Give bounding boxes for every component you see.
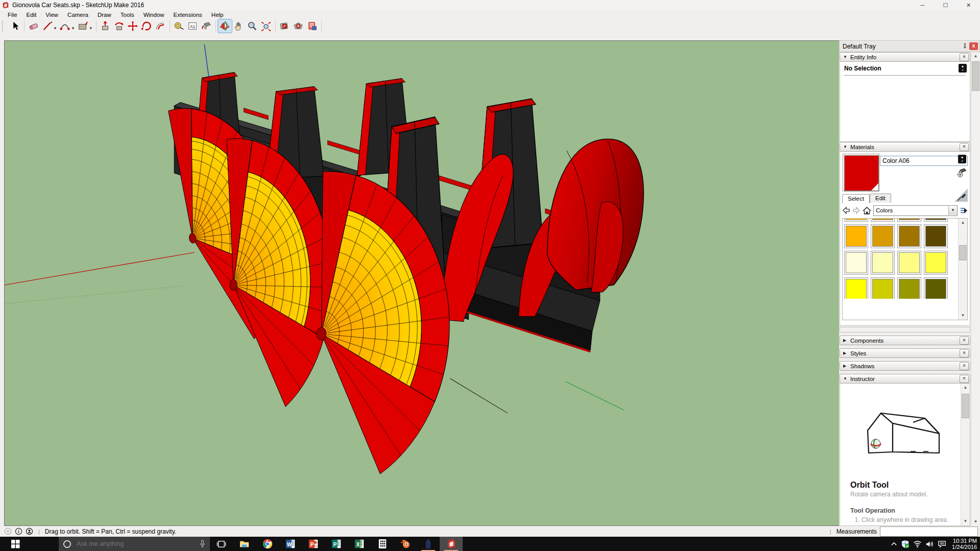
menu-edit[interactable]: Edit: [22, 12, 41, 18]
menu-tools[interactable]: Tools: [116, 12, 139, 18]
text-tool-button[interactable]: A1: [186, 19, 200, 33]
toolbar-grip[interactable]: [2, 21, 6, 31]
toggle-details-button[interactable]: ▼+: [959, 64, 967, 73]
details-button[interactable]: [960, 207, 968, 214]
color-swatch[interactable]: [924, 277, 948, 299]
color-swatch[interactable]: [844, 218, 868, 222]
menu-help[interactable]: Help: [207, 12, 228, 18]
paint-bucket-tool-button[interactable]: [200, 19, 213, 33]
material-name-input[interactable]: [880, 156, 968, 166]
color-swatch[interactable]: [871, 251, 895, 275]
tray-chevron-icon[interactable]: [891, 541, 897, 547]
start-button[interactable]: [0, 537, 31, 551]
scroll-down-icon[interactable]: ▼: [971, 518, 980, 526]
taskbar-task-view[interactable]: [210, 537, 233, 551]
secondary-pane-button[interactable]: ▼+: [958, 155, 966, 163]
get-models-button[interactable]: [292, 19, 305, 33]
scroll-down-icon[interactable]: ▼: [961, 517, 970, 525]
menu-window[interactable]: Window: [139, 12, 169, 18]
orbit-tool-button[interactable]: [218, 19, 232, 33]
taskbar-blender[interactable]: [394, 537, 417, 551]
tab-select[interactable]: Select: [842, 194, 870, 203]
menu-draw[interactable]: Draw: [93, 12, 116, 18]
maximize-button[interactable]: ☐: [934, 0, 957, 10]
geolocation-button[interactable]: [4, 528, 12, 535]
pin-button[interactable]: [960, 42, 969, 51]
measurements-input[interactable]: [880, 526, 978, 537]
panel-header-styles[interactable]: ▶ Styles ✕: [840, 348, 970, 358]
volume-icon[interactable]: [925, 540, 934, 548]
share-model-button[interactable]: [305, 19, 319, 33]
taskbar-word[interactable]: W: [279, 537, 302, 551]
move-tool-button[interactable]: [126, 19, 140, 33]
dropdown-arrow-icon[interactable]: ▼: [948, 206, 957, 215]
defender-icon[interactable]: [901, 540, 910, 548]
taskbar-sketchup[interactable]: [440, 537, 463, 551]
color-swatch[interactable]: [897, 251, 921, 275]
panel-header-instructor[interactable]: ▼ Instructor ✕: [840, 374, 970, 384]
taskbar-3d-app[interactable]: [417, 537, 440, 551]
color-swatch[interactable]: [871, 224, 895, 248]
select-tool-button[interactable]: [8, 19, 22, 33]
tape-measure-tool-button[interactable]: [172, 19, 186, 33]
zoom-tool-button[interactable]: [246, 19, 259, 33]
tray-scrollbar[interactable]: ▲ ▼: [971, 52, 980, 526]
color-swatch[interactable]: [844, 224, 868, 248]
color-swatch[interactable]: [924, 251, 948, 275]
menu-camera[interactable]: Camera: [63, 12, 93, 18]
rectangle-tool-button[interactable]: [76, 19, 90, 33]
3d-viewport[interactable]: [5, 41, 839, 525]
back-button[interactable]: [842, 207, 850, 214]
panel-header-components[interactable]: ▶ Components ✕: [840, 336, 970, 345]
collection-dropdown[interactable]: Colors ▼: [873, 205, 958, 216]
instructor-scrollbar[interactable]: ▲ ▼: [961, 384, 970, 525]
home-button[interactable]: [863, 207, 871, 214]
arc-tool-button[interactable]: [58, 19, 72, 33]
swatch-hscrollbar[interactable]: [840, 327, 970, 332]
push-pull-tool-button[interactable]: [99, 19, 112, 33]
line-tool-button[interactable]: [40, 19, 54, 33]
taskbar-calculator[interactable]: [371, 537, 394, 551]
color-swatch[interactable]: [897, 218, 921, 222]
color-swatch[interactable]: [871, 218, 895, 222]
components-close-button[interactable]: ✕: [960, 337, 969, 345]
microphone-icon[interactable]: [199, 540, 206, 548]
taskbar-publisher[interactable]: P: [325, 537, 348, 551]
color-swatch[interactable]: [897, 277, 921, 299]
menu-extensions[interactable]: Extensions: [169, 12, 207, 18]
scroll-up-icon[interactable]: ▲: [959, 219, 967, 227]
shadows-close-button[interactable]: ✕: [960, 362, 969, 370]
panel-header-materials[interactable]: ▼ Materials ✕: [840, 142, 970, 152]
color-swatch[interactable]: [897, 224, 921, 248]
rotate-tool-button[interactable]: [140, 19, 154, 33]
color-swatch[interactable]: [844, 277, 868, 299]
entity-info-close-button[interactable]: ✕: [960, 53, 969, 61]
offset-tool-button[interactable]: [154, 19, 168, 33]
eraser-tool-button[interactable]: [27, 19, 40, 33]
minimize-button[interactable]: ─: [911, 0, 934, 10]
scroll-down-icon[interactable]: ▼: [959, 312, 967, 320]
materials-close-button[interactable]: ✕: [960, 143, 969, 151]
color-swatch[interactable]: [871, 277, 895, 299]
instructor-close-button[interactable]: ✕: [960, 375, 969, 383]
scroll-up-icon[interactable]: ▲: [961, 384, 970, 392]
model-info-button[interactable]: [278, 19, 292, 33]
rectangle-tool-dropdown[interactable]: ▼: [89, 26, 93, 31]
panel-header-shadows[interactable]: ▶ Shadows ✕: [840, 361, 970, 371]
taskbar-file-explorer[interactable]: [233, 537, 256, 551]
line-tool-dropdown[interactable]: ▼: [53, 26, 57, 31]
color-swatch[interactable]: [924, 224, 948, 248]
scroll-up-icon[interactable]: ▲: [971, 52, 980, 60]
close-button[interactable]: ✕: [957, 0, 980, 10]
taskbar-excel[interactable]: X: [348, 537, 371, 551]
styles-close-button[interactable]: ✕: [960, 349, 969, 357]
menu-file[interactable]: File: [3, 12, 22, 18]
credits-button[interactable]: [15, 528, 22, 535]
color-swatch[interactable]: [844, 251, 868, 275]
wifi-icon[interactable]: [913, 540, 922, 548]
pan-tool-button[interactable]: [232, 19, 246, 33]
create-material-button[interactable]: [957, 167, 967, 178]
forward-button[interactable]: [852, 207, 861, 214]
taskbar-clock[interactable]: 10:31 PM 1/24/2016: [950, 538, 977, 550]
follow-me-tool-button[interactable]: [112, 19, 126, 33]
